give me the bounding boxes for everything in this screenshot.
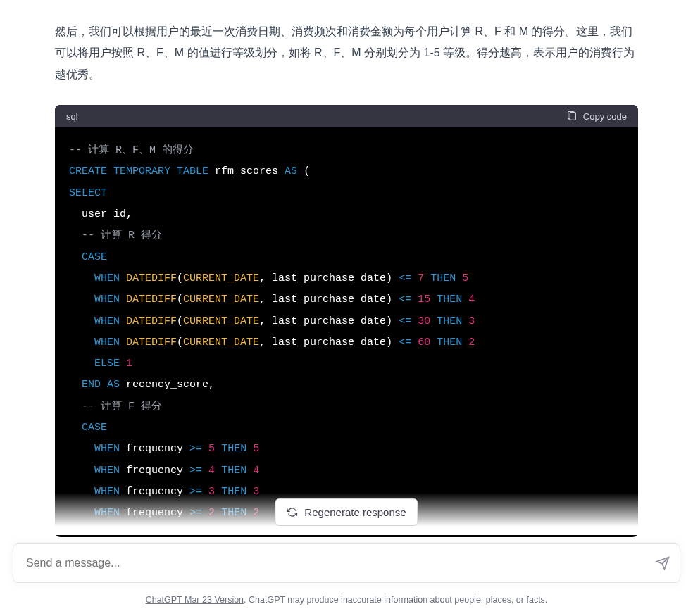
svg-rect-0 — [570, 113, 575, 120]
regenerate-button[interactable]: Regenerate response — [275, 498, 418, 526]
code-header: sql Copy code — [55, 105, 638, 127]
code-body: -- 计算 R、F、M 的得分 CREATE TEMPORARY TABLE r… — [55, 127, 638, 536]
version-link[interactable]: ChatGPT Mar 23 Version — [146, 595, 244, 605]
clipboard-icon — [566, 111, 578, 122]
code-block: sql Copy code -- 计算 R、F、M 的得分 CREATE TEM… — [55, 105, 638, 536]
copy-code-label: Copy code — [583, 111, 627, 122]
message-input-container[interactable] — [13, 543, 680, 583]
regenerate-label: Regenerate response — [304, 506, 406, 518]
footer-text: . ChatGPT may produce inaccurate informa… — [244, 595, 547, 605]
refresh-icon — [287, 507, 297, 517]
send-icon[interactable] — [656, 556, 670, 570]
message-input[interactable] — [26, 557, 646, 570]
copy-code-button[interactable]: Copy code — [566, 111, 627, 122]
footer-disclaimer: ChatGPT Mar 23 Version. ChatGPT may prod… — [0, 595, 693, 605]
code-language-label: sql — [66, 111, 78, 122]
explanation-text: 然后，我们可以根据用户的最近一次消费日期、消费频次和消费金额为每个用户计算 R、… — [55, 0, 638, 99]
